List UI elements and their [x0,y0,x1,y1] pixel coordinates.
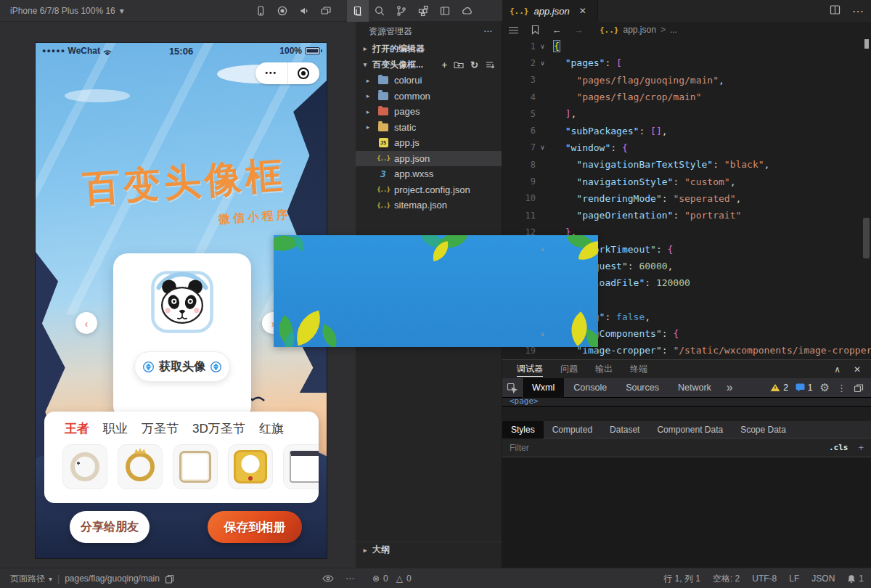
tab-app-json[interactable]: {..} app.json ✕ [502,0,598,22]
refresh-icon[interactable]: ↻ [470,60,478,70]
status-item[interactable]: 空格: 2 [713,573,740,585]
code-line[interactable]: 7∨ "window": { [502,139,871,156]
styles-tab-styles[interactable]: Styles [502,421,544,438]
code-line[interactable]: 2∨ "pages": [ [502,54,871,71]
notifications-bell[interactable]: 1 [847,573,864,584]
device-selector[interactable]: iPhone 6/7/8 Plus 100% 16 ▾ [10,0,124,22]
frame-tab-3D万圣节[interactable]: 3D万圣节 [192,420,245,437]
fold-chevron-icon[interactable]: ∨ [536,144,549,151]
warning-badge[interactable]: 2 [770,383,788,393]
extensions-view-icon[interactable] [412,0,434,22]
frame-tab-职业[interactable]: 职业 [103,420,128,437]
file-row-project.config.json[interactable]: {..}project.config.json [356,182,502,198]
prev-frame-button[interactable]: ‹ [75,312,97,334]
styles-tab-dataset[interactable]: Dataset [601,421,648,438]
fold-chevron-icon[interactable]: ∨ [536,43,549,50]
phone-preview-icon[interactable] [250,0,271,22]
panel-tab-输出[interactable]: 输出 [595,360,613,378]
collapse-panel-icon[interactable]: ∧ [834,364,841,375]
project-section[interactable]: ▾ 百变头像框... + ↻ [356,57,502,73]
collapse-all-icon[interactable] [485,60,494,69]
bookmark-icon[interactable] [524,25,546,35]
styles-tab-component-data[interactable]: Component Data [648,421,732,438]
nav-forward-icon[interactable]: → [568,25,589,36]
megaphone-icon[interactable] [293,0,315,22]
file-row-app.wxss[interactable]: 3app.wxss [356,166,502,182]
devtools-settings-icon[interactable]: ⚙ [820,381,830,394]
fold-chevron-icon[interactable]: ∨ [536,245,549,253]
file-row-pages[interactable]: ▸pages [356,104,502,120]
git-view-icon[interactable] [390,0,412,22]
file-row-app.js[interactable]: JSapp.js [356,135,502,151]
devtools-tab-network[interactable]: Network [668,378,721,398]
close-panel-icon[interactable]: ✕ [854,364,861,375]
nav-back-icon[interactable]: ← [546,25,568,36]
devtools-tab-sources[interactable]: Sources [616,378,668,398]
get-avatar-button[interactable]: 获取头像 [134,351,230,382]
devtools-tab-wxml[interactable]: Wxml [523,378,564,398]
code-line[interactable]: 4 "pages/flag/crop/main" [502,89,871,105]
code-line[interactable]: 1∨{ [502,38,871,54]
fold-chevron-icon[interactable]: ∨ [536,330,549,338]
code-line[interactable]: 9 "navigationStyle": "custom", [502,173,871,189]
file-row-common[interactable]: ▸common [356,89,502,105]
inspect-element-icon[interactable] [502,378,523,398]
more-tabs-icon[interactable]: » [721,381,739,394]
file-row-sitemap.json[interactable]: {..}sitemap.json [356,197,502,213]
statusbar-more-icon[interactable]: ⋯ [345,568,355,588]
wxml-tree[interactable]: <page> [502,398,871,407]
code-line[interactable]: 10 "renderingMode": "seperated", [502,190,871,207]
capsule-more-button[interactable]: ••• [255,62,288,84]
undock-icon[interactable] [854,383,864,393]
compile-record-icon[interactable] [271,0,293,22]
frame-thumb-frame-square2[interactable] [283,444,319,489]
code-line[interactable]: 5 ], [502,105,871,122]
devtools-menu-icon[interactable]: ⋮ [837,383,846,393]
save-to-album-button[interactable]: 保存到相册 [208,511,302,543]
status-item[interactable]: LF [789,573,799,584]
split-editor-icon[interactable] [830,4,841,18]
frame-thumb-ring-gold[interactable] [118,444,163,489]
share-button[interactable]: 分享给朋友 [70,511,150,543]
filter-input[interactable] [510,443,829,453]
new-style-rule-icon[interactable]: + [858,442,864,453]
open-editors-section[interactable]: ▸ 打开的编辑器 [356,41,502,57]
status-item[interactable]: 行 1, 列 1 [663,573,700,585]
visibility-icon[interactable] [322,568,334,588]
styles-tab-scope-data[interactable]: Scope Data [732,421,795,438]
multi-window-icon[interactable] [315,0,337,22]
problems-counts[interactable]: ⊗0 △0 [372,568,412,588]
fold-chevron-icon[interactable]: ∨ [536,60,549,67]
cls-toggle[interactable]: .cls [829,443,848,452]
status-item[interactable]: UTF-8 [752,573,777,584]
panel-tab-终端[interactable]: 终端 [630,360,647,378]
close-tab-icon[interactable]: ✕ [579,6,586,16]
cloud-icon[interactable] [456,0,478,22]
frame-tab-万圣节[interactable]: 万圣节 [142,420,179,437]
styles-tab-computed[interactable]: Computed [544,421,601,438]
code-line[interactable]: 3 "pages/flag/guoqing/main", [502,72,871,89]
editor-more-icon[interactable]: ⋯ [852,4,864,18]
page-path-selector[interactable]: 页面路径 ▾ [10,573,52,585]
code-line[interactable]: 11 "pageOrientation": "portrait" [502,207,871,224]
capsule-exit-button[interactable] [288,68,320,79]
file-row-static[interactable]: ▸static [356,120,502,136]
layout-view-icon[interactable] [434,0,456,22]
frame-thumb-frame-gold[interactable] [228,444,273,489]
outline-list-icon[interactable] [502,25,524,35]
breadcrumb[interactable]: {..} app.json > ... [600,25,677,35]
file-row-app.json[interactable]: {..}app.json [356,151,502,167]
file-row-colorui[interactable]: ▸colorui [356,73,502,89]
new-folder-icon[interactable] [454,60,464,69]
new-file-icon[interactable]: + [442,60,448,70]
info-badge[interactable]: 1 [796,383,813,393]
copy-icon[interactable] [165,574,174,584]
code-line[interactable]: 8 "navigationBarTextStyle": "black", [502,156,871,173]
editor-scrollbar[interactable] [863,218,870,258]
frame-tab-王者[interactable]: 王者 [65,420,89,437]
outline-section[interactable]: ▸ 大纲 [356,542,502,558]
code-line[interactable]: 6 "subPackages": [], [502,122,871,139]
explorer-more-icon[interactable]: ⋯ [483,26,493,36]
status-item[interactable]: JSON [811,573,835,584]
devtools-tab-console[interactable]: Console [564,378,616,398]
